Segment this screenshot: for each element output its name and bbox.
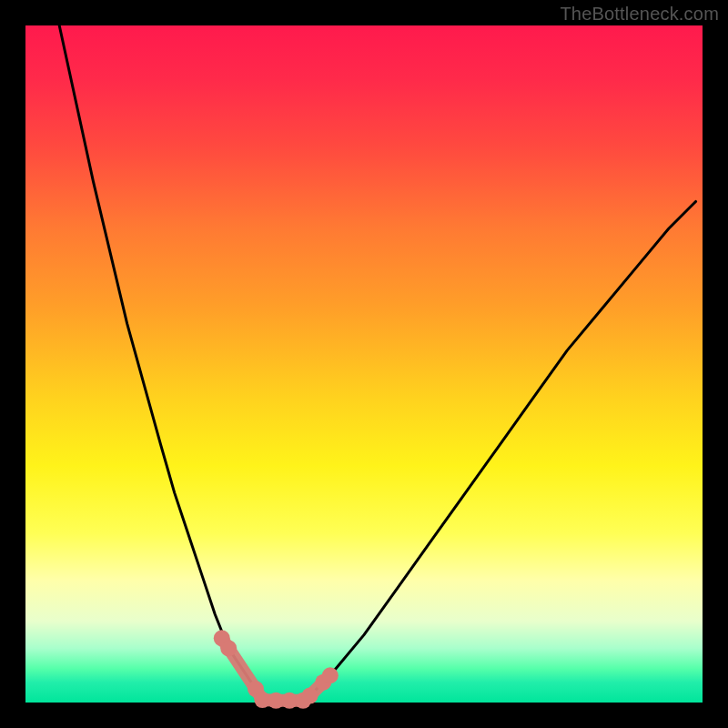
curve-layer xyxy=(25,25,703,703)
chart-frame: TheBottleneck.com xyxy=(0,0,728,728)
watermark-text: TheBottleneck.com xyxy=(560,4,719,25)
svg-point-1 xyxy=(220,640,237,656)
highlight-markers xyxy=(214,630,339,708)
plot-area xyxy=(25,25,703,703)
left-curve xyxy=(59,25,262,703)
svg-point-7 xyxy=(301,688,318,704)
svg-point-9 xyxy=(322,667,339,683)
right-curve xyxy=(303,201,696,703)
